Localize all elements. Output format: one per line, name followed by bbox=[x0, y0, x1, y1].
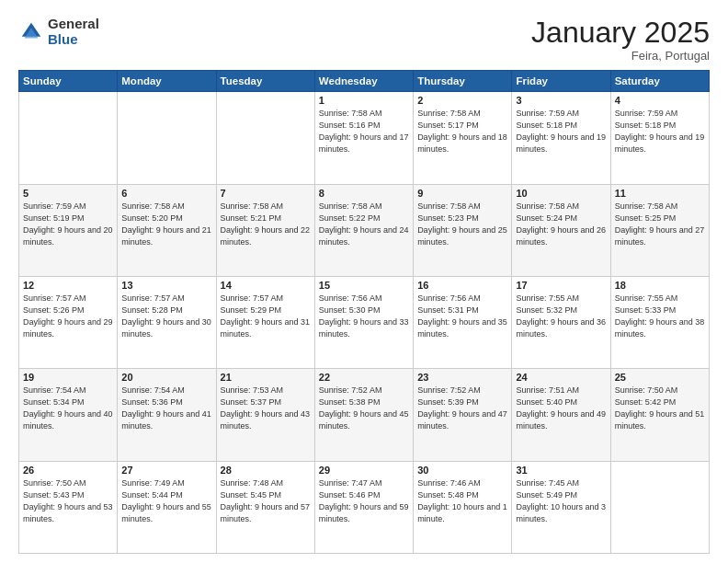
calendar-cell bbox=[19, 92, 118, 184]
day-number: 6 bbox=[121, 188, 211, 199]
day-number: 31 bbox=[516, 465, 606, 476]
day-number: 11 bbox=[615, 188, 705, 199]
day-number: 8 bbox=[319, 188, 409, 199]
calendar-week-row: 19Sunrise: 7:54 AM Sunset: 5:34 PM Dayli… bbox=[19, 369, 710, 461]
day-info: Sunrise: 7:51 AM Sunset: 5:40 PM Dayligh… bbox=[516, 385, 606, 432]
calendar-header-row: SundayMondayTuesdayWednesdayThursdayFrid… bbox=[19, 71, 710, 92]
day-info: Sunrise: 7:58 AM Sunset: 5:16 PM Dayligh… bbox=[319, 108, 409, 155]
calendar-cell: 15Sunrise: 7:56 AM Sunset: 5:30 PM Dayli… bbox=[314, 276, 413, 368]
logo: General Blue bbox=[18, 17, 99, 47]
day-info: Sunrise: 7:58 AM Sunset: 5:21 PM Dayligh… bbox=[221, 201, 311, 248]
calendar-cell: 11Sunrise: 7:58 AM Sunset: 5:25 PM Dayli… bbox=[610, 184, 709, 276]
calendar-cell: 31Sunrise: 7:45 AM Sunset: 5:49 PM Dayli… bbox=[512, 461, 610, 553]
day-number: 23 bbox=[417, 372, 507, 383]
calendar-cell: 25Sunrise: 7:50 AM Sunset: 5:42 PM Dayli… bbox=[610, 369, 709, 461]
logo-text: General Blue bbox=[48, 17, 99, 47]
day-number: 20 bbox=[121, 372, 211, 383]
day-info: Sunrise: 7:48 AM Sunset: 5:45 PM Dayligh… bbox=[221, 477, 311, 525]
calendar-cell: 2Sunrise: 7:58 AM Sunset: 5:17 PM Daylig… bbox=[414, 92, 512, 184]
day-number: 13 bbox=[121, 280, 211, 291]
calendar-week-row: 26Sunrise: 7:50 AM Sunset: 5:43 PM Dayli… bbox=[19, 461, 710, 553]
calendar-cell: 6Sunrise: 7:58 AM Sunset: 5:20 PM Daylig… bbox=[118, 184, 216, 276]
calendar-week-row: 1Sunrise: 7:58 AM Sunset: 5:16 PM Daylig… bbox=[19, 92, 710, 184]
calendar-cell: 30Sunrise: 7:46 AM Sunset: 5:48 PM Dayli… bbox=[414, 461, 512, 553]
day-info: Sunrise: 7:58 AM Sunset: 5:25 PM Dayligh… bbox=[615, 201, 705, 248]
calendar-cell: 24Sunrise: 7:51 AM Sunset: 5:40 PM Dayli… bbox=[512, 369, 610, 461]
day-info: Sunrise: 7:57 AM Sunset: 5:29 PM Dayligh… bbox=[221, 293, 311, 340]
day-number: 14 bbox=[221, 280, 311, 291]
day-info: Sunrise: 7:47 AM Sunset: 5:46 PM Dayligh… bbox=[319, 477, 409, 525]
day-info: Sunrise: 7:50 AM Sunset: 5:42 PM Dayligh… bbox=[615, 385, 705, 432]
calendar-cell bbox=[216, 92, 314, 184]
logo-general-text: General bbox=[48, 16, 99, 31]
day-info: Sunrise: 7:58 AM Sunset: 5:17 PM Dayligh… bbox=[417, 108, 507, 155]
calendar-week-row: 5Sunrise: 7:59 AM Sunset: 5:19 PM Daylig… bbox=[19, 184, 710, 276]
day-info: Sunrise: 7:54 AM Sunset: 5:36 PM Dayligh… bbox=[121, 385, 211, 432]
day-info: Sunrise: 7:45 AM Sunset: 5:49 PM Dayligh… bbox=[516, 477, 606, 525]
day-info: Sunrise: 7:55 AM Sunset: 5:33 PM Dayligh… bbox=[615, 293, 705, 340]
day-number: 12 bbox=[23, 280, 113, 291]
logo-blue-text: Blue bbox=[48, 31, 78, 47]
calendar-cell: 17Sunrise: 7:55 AM Sunset: 5:32 PM Dayli… bbox=[512, 276, 610, 368]
calendar-cell: 18Sunrise: 7:55 AM Sunset: 5:33 PM Dayli… bbox=[610, 276, 709, 368]
calendar-cell: 16Sunrise: 7:56 AM Sunset: 5:31 PM Dayli… bbox=[414, 276, 512, 368]
calendar-cell: 1Sunrise: 7:58 AM Sunset: 5:16 PM Daylig… bbox=[314, 92, 413, 184]
day-info: Sunrise: 7:59 AM Sunset: 5:18 PM Dayligh… bbox=[615, 108, 705, 155]
day-of-week-tuesday: Tuesday bbox=[216, 71, 314, 92]
calendar-cell: 7Sunrise: 7:58 AM Sunset: 5:21 PM Daylig… bbox=[216, 184, 314, 276]
calendar-cell bbox=[610, 461, 709, 553]
calendar-cell: 4Sunrise: 7:59 AM Sunset: 5:18 PM Daylig… bbox=[610, 92, 709, 184]
calendar-cell: 22Sunrise: 7:52 AM Sunset: 5:38 PM Dayli… bbox=[314, 369, 413, 461]
day-number: 4 bbox=[615, 95, 705, 106]
calendar-cell: 12Sunrise: 7:57 AM Sunset: 5:26 PM Dayli… bbox=[19, 276, 118, 368]
day-of-week-friday: Friday bbox=[512, 71, 610, 92]
calendar-cell: 26Sunrise: 7:50 AM Sunset: 5:43 PM Dayli… bbox=[19, 461, 118, 553]
day-number: 10 bbox=[516, 188, 606, 199]
logo-icon bbox=[18, 19, 44, 45]
day-info: Sunrise: 7:59 AM Sunset: 5:19 PM Dayligh… bbox=[23, 201, 113, 248]
day-number: 19 bbox=[23, 372, 113, 383]
day-number: 16 bbox=[417, 280, 507, 291]
day-number: 28 bbox=[221, 465, 311, 476]
calendar-cell: 27Sunrise: 7:49 AM Sunset: 5:44 PM Dayli… bbox=[118, 461, 216, 553]
title-block: January 2025 Feira, Portugal bbox=[531, 17, 710, 63]
calendar-cell: 20Sunrise: 7:54 AM Sunset: 5:36 PM Dayli… bbox=[118, 369, 216, 461]
day-number: 7 bbox=[221, 188, 311, 199]
day-info: Sunrise: 7:58 AM Sunset: 5:23 PM Dayligh… bbox=[417, 201, 507, 248]
day-info: Sunrise: 7:49 AM Sunset: 5:44 PM Dayligh… bbox=[121, 477, 211, 525]
calendar-cell: 14Sunrise: 7:57 AM Sunset: 5:29 PM Dayli… bbox=[216, 276, 314, 368]
day-info: Sunrise: 7:58 AM Sunset: 5:20 PM Dayligh… bbox=[121, 201, 211, 248]
day-info: Sunrise: 7:52 AM Sunset: 5:38 PM Dayligh… bbox=[319, 385, 409, 432]
calendar-cell bbox=[118, 92, 216, 184]
month-title: January 2025 bbox=[531, 17, 710, 49]
day-info: Sunrise: 7:57 AM Sunset: 5:28 PM Dayligh… bbox=[121, 293, 211, 340]
day-info: Sunrise: 7:56 AM Sunset: 5:31 PM Dayligh… bbox=[417, 293, 507, 340]
day-of-week-thursday: Thursday bbox=[414, 71, 512, 92]
day-info: Sunrise: 7:59 AM Sunset: 5:18 PM Dayligh… bbox=[516, 108, 606, 155]
calendar-cell: 10Sunrise: 7:58 AM Sunset: 5:24 PM Dayli… bbox=[512, 184, 610, 276]
day-number: 29 bbox=[319, 465, 409, 476]
day-number: 21 bbox=[221, 372, 311, 383]
calendar-table: SundayMondayTuesdayWednesdayThursdayFrid… bbox=[18, 70, 710, 554]
calendar-week-row: 12Sunrise: 7:57 AM Sunset: 5:26 PM Dayli… bbox=[19, 276, 710, 368]
day-info: Sunrise: 7:57 AM Sunset: 5:26 PM Dayligh… bbox=[23, 293, 113, 340]
calendar-cell: 23Sunrise: 7:52 AM Sunset: 5:39 PM Dayli… bbox=[414, 369, 512, 461]
calendar-cell: 3Sunrise: 7:59 AM Sunset: 5:18 PM Daylig… bbox=[512, 92, 610, 184]
location: Feira, Portugal bbox=[531, 49, 710, 63]
day-info: Sunrise: 7:54 AM Sunset: 5:34 PM Dayligh… bbox=[23, 385, 113, 432]
day-info: Sunrise: 7:46 AM Sunset: 5:48 PM Dayligh… bbox=[417, 477, 507, 525]
day-number: 30 bbox=[417, 465, 507, 476]
day-number: 18 bbox=[615, 280, 705, 291]
day-of-week-wednesday: Wednesday bbox=[314, 71, 413, 92]
day-number: 1 bbox=[319, 95, 409, 106]
day-number: 3 bbox=[516, 95, 606, 106]
calendar-cell: 19Sunrise: 7:54 AM Sunset: 5:34 PM Dayli… bbox=[19, 369, 118, 461]
day-of-week-saturday: Saturday bbox=[610, 71, 709, 92]
header: General Blue January 2025 Feira, Portuga… bbox=[18, 17, 710, 63]
day-info: Sunrise: 7:55 AM Sunset: 5:32 PM Dayligh… bbox=[516, 293, 606, 340]
day-number: 25 bbox=[615, 372, 705, 383]
day-number: 22 bbox=[319, 372, 409, 383]
calendar-cell: 21Sunrise: 7:53 AM Sunset: 5:37 PM Dayli… bbox=[216, 369, 314, 461]
calendar-cell: 13Sunrise: 7:57 AM Sunset: 5:28 PM Dayli… bbox=[118, 276, 216, 368]
day-info: Sunrise: 7:56 AM Sunset: 5:30 PM Dayligh… bbox=[319, 293, 409, 340]
